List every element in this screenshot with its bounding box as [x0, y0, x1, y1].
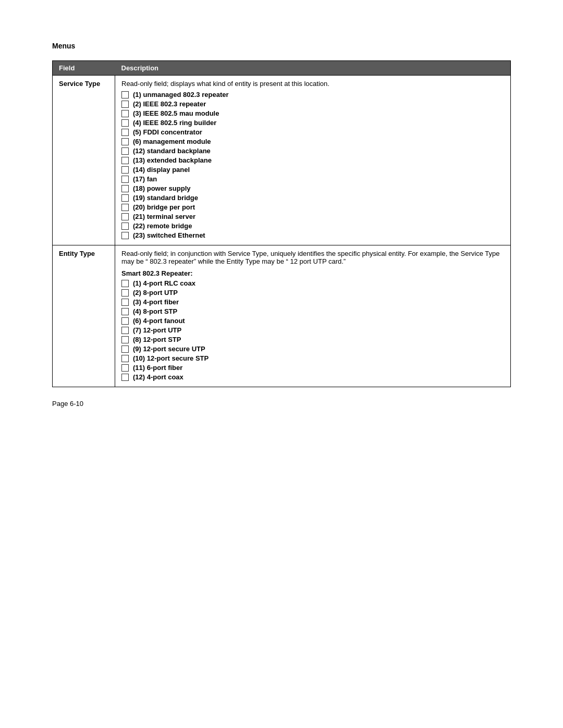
main-table: Field Description Service Type Read-only… — [52, 60, 511, 387]
list-item-label: (12) standard backplane — [133, 147, 211, 155]
checkbox-icon — [121, 166, 129, 174]
list-item: (6) 4-port fanout — [121, 317, 504, 325]
checkbox-icon — [121, 289, 129, 297]
list-item: (11) 6-port fiber — [121, 364, 504, 372]
list-item: (1) unmanaged 802.3 repeater — [121, 91, 504, 98]
smart-repeater-label: Smart 802.3 Repeater: — [121, 269, 504, 277]
page-title: Menus — [52, 42, 511, 50]
list-item-label: (14) display panel — [133, 166, 190, 174]
table-row: Entity Type Read-only field; in conjunct… — [53, 245, 511, 387]
list-item: (13) extended backplane — [121, 156, 504, 164]
list-item: (3) IEEE 802.5 mau module — [121, 109, 504, 117]
list-item-label: (13) extended backplane — [133, 156, 212, 164]
checkbox-icon — [121, 101, 129, 108]
field-service-type: Service Type — [53, 76, 115, 245]
description-entity-type: Read-only field; in conjunction with Ser… — [115, 245, 511, 387]
checkbox-icon — [121, 119, 129, 127]
list-item-label: (5) FDDI concentrator — [133, 128, 202, 136]
list-item: (17) fan — [121, 175, 504, 183]
list-item-label: (2) IEEE 802.3 repeater — [133, 100, 206, 108]
checkbox-icon — [121, 364, 129, 372]
checkbox-icon — [121, 194, 129, 202]
header-description: Description — [115, 61, 511, 76]
list-item-label: (2) 8-port UTP — [133, 289, 178, 297]
checkbox-icon — [121, 346, 129, 353]
list-item: (2) IEEE 802.3 repeater — [121, 100, 504, 108]
checkbox-icon — [121, 308, 129, 315]
list-item-label: (1) unmanaged 802.3 repeater — [133, 91, 229, 98]
list-item-label: (1) 4-port RLC coax — [133, 279, 195, 287]
list-item-label: (21) terminal server — [133, 213, 195, 220]
list-item: (9) 12-port secure UTP — [121, 345, 504, 353]
list-item: (5) FDDI concentrator — [121, 128, 504, 136]
checkbox-icon — [121, 138, 129, 145]
checkbox-icon — [121, 204, 129, 211]
list-item: (19) standard bridge — [121, 194, 504, 202]
list-item-label: (20) bridge per port — [133, 203, 195, 211]
field-entity-type: Entity Type — [53, 245, 115, 387]
list-item-label: (11) 6-port fiber — [133, 364, 182, 372]
list-item-label: (6) 4-port fanout — [133, 317, 185, 325]
list-item: (18) power supply — [121, 184, 504, 192]
list-item-label: (19) standard bridge — [133, 194, 198, 202]
checkbox-icon — [121, 176, 129, 183]
list-item: (3) 4-port fiber — [121, 298, 504, 306]
list-item: (10) 12-port secure STP — [121, 354, 504, 362]
list-item: (23) switched Ethernet — [121, 231, 504, 239]
checkbox-icon — [121, 280, 129, 287]
checkbox-icon — [121, 299, 129, 306]
entity-type-description-text: Read-only field; in conjunction with Ser… — [121, 250, 504, 265]
list-item: (14) display panel — [121, 166, 504, 174]
checkbox-icon — [121, 129, 129, 136]
list-item-label: (23) switched Ethernet — [133, 231, 205, 239]
entity-type-list: (1) 4-port RLC coax (2) 8-port UTP (3) 4… — [121, 279, 504, 381]
page-footer: Page 6-10 — [52, 400, 511, 408]
list-item: (20) bridge per port — [121, 203, 504, 211]
list-item: (7) 12-port UTP — [121, 326, 504, 334]
list-item: (22) remote bridge — [121, 222, 504, 230]
checkbox-icon — [121, 110, 129, 117]
list-item: (21) terminal server — [121, 213, 504, 220]
list-item-label: (4) IEEE 802.5 ring builder — [133, 119, 216, 127]
service-type-description-text: Read-only field; displays what kind of e… — [121, 80, 504, 88]
list-item: (12) standard backplane — [121, 147, 504, 155]
checkbox-icon — [121, 223, 129, 230]
list-item-label: (6) management module — [133, 138, 211, 145]
list-item-label: (10) 12-port secure STP — [133, 354, 209, 362]
table-row: Service Type Read-only field; displays w… — [53, 76, 511, 245]
list-item-label: (22) remote bridge — [133, 222, 192, 230]
list-item: (4) IEEE 802.5 ring builder — [121, 119, 504, 127]
checkbox-icon — [121, 317, 129, 325]
list-item-label: (9) 12-port secure UTP — [133, 345, 205, 353]
header-field: Field — [53, 61, 115, 76]
checkbox-icon — [121, 157, 129, 164]
checkbox-icon — [121, 213, 129, 220]
list-item: (12) 4-port coax — [121, 373, 504, 381]
list-item-label: (3) IEEE 802.5 mau module — [133, 109, 219, 117]
checkbox-icon — [121, 232, 129, 239]
list-item-label: (12) 4-port coax — [133, 373, 183, 381]
checkbox-icon — [121, 327, 129, 334]
list-item: (4) 8-port STP — [121, 307, 504, 315]
list-item: (1) 4-port RLC coax — [121, 279, 504, 287]
service-type-list: (1) unmanaged 802.3 repeater (2) IEEE 80… — [121, 91, 504, 239]
checkbox-icon — [121, 374, 129, 381]
list-item-label: (17) fan — [133, 175, 157, 183]
list-item-label: (8) 12-port STP — [133, 336, 181, 343]
checkbox-icon — [121, 147, 129, 155]
checkbox-icon — [121, 336, 129, 343]
list-item-label: (18) power supply — [133, 184, 191, 192]
description-service-type: Read-only field; displays what kind of e… — [115, 76, 511, 245]
list-item: (6) management module — [121, 138, 504, 145]
list-item-label: (3) 4-port fiber — [133, 298, 179, 306]
checkbox-icon — [121, 185, 129, 192]
list-item: (8) 12-port STP — [121, 336, 504, 343]
checkbox-icon — [121, 91, 129, 98]
list-item: (2) 8-port UTP — [121, 289, 504, 297]
list-item-label: (7) 12-port UTP — [133, 326, 181, 334]
list-item-label: (4) 8-port STP — [133, 307, 177, 315]
checkbox-icon — [121, 355, 129, 362]
